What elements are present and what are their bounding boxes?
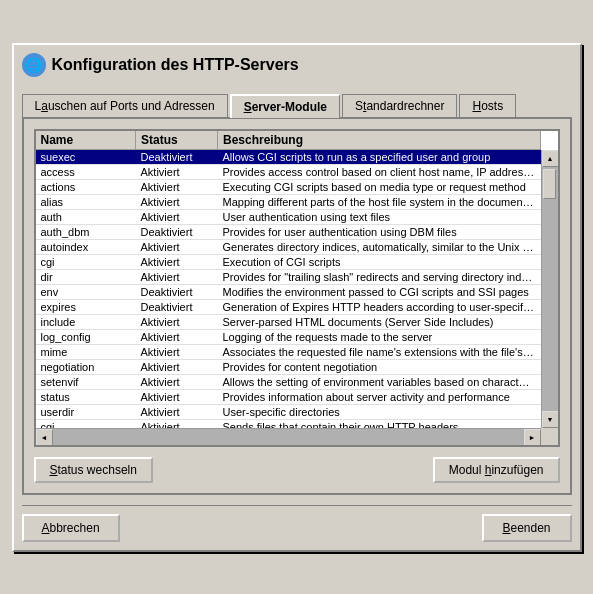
table-scroll-container[interactable]: suexecDeaktiviertAllows CGI scripts to r… <box>36 150 558 445</box>
table-row[interactable]: envDeaktiviertModifies the environment p… <box>36 284 541 299</box>
cell-name: dir <box>36 269 136 284</box>
scroll-up-button[interactable]: ▲ <box>542 150 558 167</box>
finish-label: Beenden <box>502 521 550 535</box>
scroll-left-button[interactable]: ◄ <box>36 429 53 445</box>
table-row[interactable]: dirAktiviertProvides for "trailing slash… <box>36 269 541 284</box>
table-row[interactable]: log_configAktiviertLogging of the reques… <box>36 329 541 344</box>
cancel-label: Abbrechen <box>42 521 100 535</box>
cell-name: autoindex <box>36 239 136 254</box>
cell-name: auth_dbm <box>36 224 136 239</box>
module-table-body: suexecDeaktiviertAllows CGI scripts to r… <box>36 150 541 435</box>
scroll-h-track[interactable] <box>53 429 524 445</box>
cell-name: cgi <box>36 254 136 269</box>
tab-default-label: Standardrechner <box>355 99 444 113</box>
title-bar: 🌐 Konfiguration des HTTP-Servers <box>22 53 572 83</box>
cell-desc: Executing CGI scripts based on media typ… <box>218 179 541 194</box>
cell-status: Aktiviert <box>136 194 218 209</box>
cell-desc: User authentication using text files <box>218 209 541 224</box>
tab-default[interactable]: Standardrechner <box>342 94 457 118</box>
cell-desc: User-specific directories <box>218 404 541 419</box>
status-switch-button[interactable]: Status wechseln <box>34 457 153 483</box>
cell-name: actions <box>36 179 136 194</box>
cell-name: userdir <box>36 404 136 419</box>
table-row[interactable]: statusAktiviertProvides information abou… <box>36 389 541 404</box>
cell-desc: Mapping different parts of the host file… <box>218 194 541 209</box>
cell-desc: Provides access control based on client … <box>218 164 541 179</box>
cell-status: Aktiviert <box>136 269 218 284</box>
cell-name: negotiation <box>36 359 136 374</box>
table-row[interactable]: mimeAktiviertAssociates the requested fi… <box>36 344 541 359</box>
table-row[interactable]: includeAktiviertServer-parsed HTML docum… <box>36 314 541 329</box>
add-module-button[interactable]: Modul hinzufügen <box>433 457 560 483</box>
cell-status: Deaktiviert <box>136 224 218 239</box>
cell-name: alias <box>36 194 136 209</box>
scrollbar-corner <box>541 428 558 445</box>
table-row[interactable]: suexecDeaktiviertAllows CGI scripts to r… <box>36 150 541 165</box>
cell-name: include <box>36 314 136 329</box>
module-table: Name Status Beschreibung <box>36 131 541 150</box>
table-row[interactable]: autoindexAktiviertGenerates directory in… <box>36 239 541 254</box>
cell-desc: Modifies the environment passed to CGI s… <box>218 284 541 299</box>
cell-name: status <box>36 389 136 404</box>
cell-status: Aktiviert <box>136 344 218 359</box>
action-buttons-row: Status wechseln Modul hinzufügen <box>34 457 560 483</box>
cell-desc: Logging of the requests made to the serv… <box>218 329 541 344</box>
table-row[interactable]: authAktiviertUser authentication using t… <box>36 209 541 224</box>
table-row[interactable]: actionsAktiviertExecuting CGI scripts ba… <box>36 179 541 194</box>
cell-status: Aktiviert <box>136 374 218 389</box>
col-name: Name <box>36 131 136 150</box>
cell-name: suexec <box>36 150 136 165</box>
cell-name: access <box>36 164 136 179</box>
scroll-down-button[interactable]: ▼ <box>542 411 558 428</box>
tab-modules[interactable]: Server-Module <box>230 94 340 118</box>
dialog-title: Konfiguration des HTTP-Servers <box>52 56 299 74</box>
cell-status: Aktiviert <box>136 389 218 404</box>
status-switch-label: Status wechseln <box>50 463 137 477</box>
table-row[interactable]: negotiationAktiviertProvides for content… <box>36 359 541 374</box>
cell-name: log_config <box>36 329 136 344</box>
cell-desc: Provides for user authentication using D… <box>218 224 541 239</box>
cell-desc: Allows the setting of environment variab… <box>218 374 541 389</box>
dialog-icon: 🌐 <box>22 53 46 77</box>
tab-modules-label: Server-Module <box>244 100 327 114</box>
cell-name: mime <box>36 344 136 359</box>
cell-status: Aktiviert <box>136 314 218 329</box>
tab-listen[interactable]: Lauschen auf Ports und Adressen <box>22 94 228 118</box>
tab-listen-label: Lauschen auf Ports und Adressen <box>35 99 215 113</box>
horizontal-scrollbar[interactable]: ◄ ► <box>36 428 541 445</box>
cell-desc: Provides for "trailing slash" redirects … <box>218 269 541 284</box>
table-row[interactable]: accessAktiviertProvides access control b… <box>36 164 541 179</box>
tab-hosts[interactable]: Hosts <box>459 94 516 118</box>
cancel-button[interactable]: Abbrechen <box>22 514 120 542</box>
scroll-track[interactable] <box>542 167 558 411</box>
tab-hosts-label: Hosts <box>472 99 503 113</box>
cell-name: setenvif <box>36 374 136 389</box>
cell-desc: Associates the requested file name's ext… <box>218 344 541 359</box>
table-row[interactable]: userdirAktiviertUser-specific directorie… <box>36 404 541 419</box>
cell-name: env <box>36 284 136 299</box>
main-dialog: 🌐 Konfiguration des HTTP-Servers Lausche… <box>12 43 582 552</box>
scroll-thumb[interactable] <box>543 169 556 199</box>
col-desc: Beschreibung <box>218 131 541 150</box>
cell-status: Deaktiviert <box>136 284 218 299</box>
add-module-label: Modul hinzufügen <box>449 463 544 477</box>
scroll-right-button[interactable]: ► <box>524 429 541 445</box>
finish-button[interactable]: Beenden <box>482 514 572 542</box>
cell-status: Aktiviert <box>136 329 218 344</box>
table-row[interactable]: setenvifAktiviertAllows the setting of e… <box>36 374 541 389</box>
module-table-wrapper: Name Status Beschreibung <box>34 129 560 447</box>
table-row[interactable]: auth_dbmDeaktiviertProvides for user aut… <box>36 224 541 239</box>
cell-desc: Generation of Expires HTTP headers accor… <box>218 299 541 314</box>
cell-name: auth <box>36 209 136 224</box>
table-row[interactable]: expiresDeaktiviertGeneration of Expires … <box>36 299 541 314</box>
cell-desc: Provides information about server activi… <box>218 389 541 404</box>
cell-name: expires <box>36 299 136 314</box>
cell-status: Aktiviert <box>136 404 218 419</box>
content-area: Name Status Beschreibung <box>22 117 572 495</box>
cell-status: Aktiviert <box>136 164 218 179</box>
table-row[interactable]: cgiAktiviertExecution of CGI scripts <box>36 254 541 269</box>
table-header-row: Name Status Beschreibung <box>36 131 541 150</box>
table-row[interactable]: aliasAktiviertMapping different parts of… <box>36 194 541 209</box>
vertical-scrollbar[interactable]: ▲ ▼ <box>541 150 558 428</box>
cell-desc: Generates directory indices, automatical… <box>218 239 541 254</box>
